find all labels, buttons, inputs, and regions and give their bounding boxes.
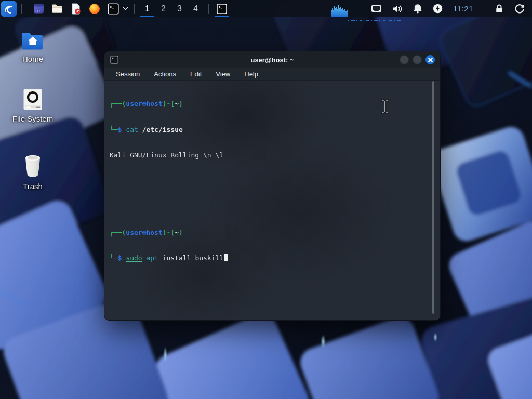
prompt-line-1: ┌──(user⊕host)-[~] xyxy=(110,100,440,109)
workspace-4-label: 4 xyxy=(193,4,198,13)
firefox-icon xyxy=(89,3,100,15)
menu-session[interactable]: Session xyxy=(115,69,140,79)
menu-help[interactable]: Help xyxy=(244,69,259,79)
panel-separator xyxy=(21,4,22,14)
lock-icon xyxy=(495,4,504,14)
power-manager-button[interactable] xyxy=(433,4,443,14)
workspace-2-label: 2 xyxy=(161,4,166,13)
active-window-indicator xyxy=(215,16,229,17)
power-icon xyxy=(433,4,443,14)
keyboard-icon xyxy=(371,4,382,13)
panel-separator xyxy=(208,4,209,14)
chevron-down-icon xyxy=(123,7,128,10)
blank-line xyxy=(110,177,440,186)
workspace-4[interactable]: 4 xyxy=(188,0,204,17)
folder-icon xyxy=(51,4,63,14)
terminal-icon xyxy=(108,3,119,15)
speaker-icon xyxy=(392,4,403,14)
kali-menu-button[interactable] xyxy=(1,1,17,17)
workspace-1-label: 1 xyxy=(145,4,150,13)
menu-edit[interactable]: Edit xyxy=(190,69,202,79)
workspace-2[interactable]: 2 xyxy=(155,0,171,17)
taskbar-terminal-window-button[interactable] xyxy=(214,0,230,17)
desktop-icon-filesystem[interactable]: File System xyxy=(8,88,58,123)
home-folder-icon xyxy=(21,30,45,51)
document-edit-icon xyxy=(71,3,81,15)
menu-actions[interactable]: Actions xyxy=(153,69,177,79)
panel-separator xyxy=(134,4,135,14)
maximize-button[interactable] xyxy=(413,55,422,64)
launcher-file-manager[interactable] xyxy=(50,1,64,17)
desktop-icon-home-label: Home xyxy=(22,55,43,63)
desktop-icon-trash[interactable]: Trash xyxy=(8,154,58,191)
desktop-icon-filesystem-label: File System xyxy=(12,114,53,123)
keyboard-layout-button[interactable] xyxy=(371,4,382,13)
workspace-1[interactable]: 1 xyxy=(139,0,155,17)
lock-screen-button[interactable] xyxy=(495,4,504,14)
prompt-line-2: ┌──(user⊕host)-[~] xyxy=(110,229,440,237)
cpu-graph-history xyxy=(348,15,402,24)
volume-button[interactable] xyxy=(392,4,403,14)
desktop-root: 1 2 3 4 xyxy=(0,0,532,399)
window-menubar: Session Actions Edit View Help xyxy=(104,68,440,81)
blank-line xyxy=(110,203,440,211)
workspace-3[interactable]: 3 xyxy=(171,0,188,17)
app-window-icon xyxy=(33,3,44,14)
terminal-content[interactable]: ┌──(user⊕host)-[~] └─$ cat /etc/issue Ka… xyxy=(104,81,440,320)
trash-icon xyxy=(23,154,43,178)
output-line-1: Kali GNU/Linux Rolling \n \l xyxy=(110,151,440,160)
launcher-app-window[interactable] xyxy=(32,1,45,17)
terminal-text-cursor xyxy=(224,254,228,261)
workspace-3-label: 3 xyxy=(177,4,182,13)
logout-button[interactable] xyxy=(514,4,525,14)
active-workspace-indicator xyxy=(140,16,154,17)
terminal-window: user@host: ~ Session Act xyxy=(104,51,441,321)
launcher-terminal[interactable] xyxy=(107,1,120,17)
menu-view[interactable]: View xyxy=(215,69,231,79)
command-line-2: └─$ sudo apt install buskill xyxy=(110,254,440,263)
desktop-icon-home[interactable]: Home xyxy=(8,30,58,63)
hard-drive-icon xyxy=(23,88,43,111)
launcher-text-editor[interactable] xyxy=(69,1,83,17)
terminal-icon xyxy=(217,4,227,14)
minimize-button[interactable] xyxy=(400,55,409,64)
top-panel: 1 2 3 4 xyxy=(0,0,532,17)
logout-icon xyxy=(514,4,525,14)
desktop-icon-trash-label: Trash xyxy=(23,182,43,191)
close-icon xyxy=(428,58,433,62)
terminal-scrollbar[interactable] xyxy=(432,81,434,314)
close-button[interactable] xyxy=(425,55,435,64)
notifications-button[interactable] xyxy=(413,4,422,14)
kali-dragon-icon xyxy=(3,3,15,15)
bell-icon xyxy=(413,4,422,14)
launcher-firefox[interactable] xyxy=(88,1,101,17)
window-title: user@host: ~ xyxy=(104,56,440,64)
panel-separator xyxy=(484,4,484,14)
terminal-dropdown-button[interactable] xyxy=(121,1,129,17)
command-line-1: └─$ cat /etc/issue xyxy=(110,126,440,135)
cpu-graph-icon[interactable] xyxy=(331,5,348,19)
window-titlebar[interactable]: user@host: ~ xyxy=(104,51,440,68)
clock[interactable]: 11:21 xyxy=(453,4,473,13)
